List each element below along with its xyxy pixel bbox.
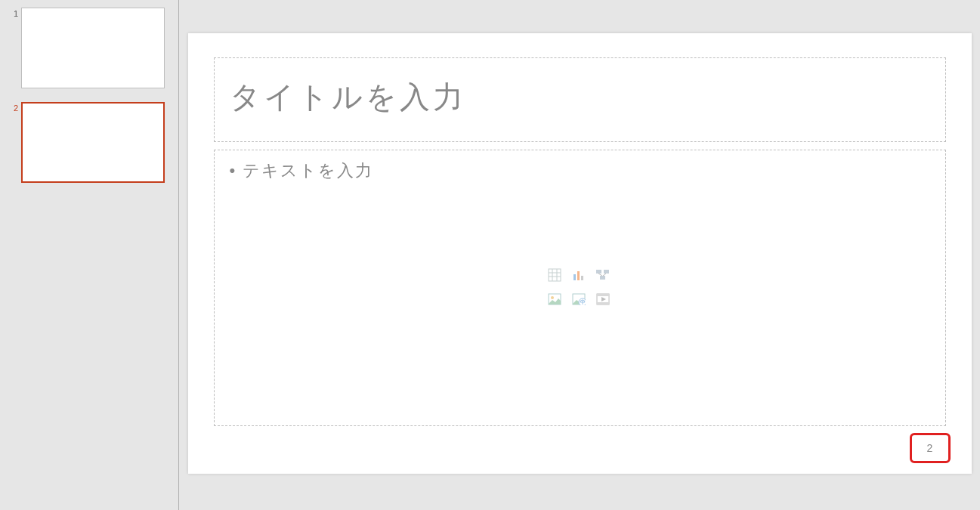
content-placeholder[interactable]: • テキストを入力 xyxy=(214,150,946,426)
chart-icon[interactable] xyxy=(570,266,588,284)
thumbnail-row: 1 xyxy=(8,8,171,88)
smartart-icon[interactable] xyxy=(594,266,612,284)
svg-rect-19 xyxy=(597,302,609,304)
svg-rect-0 xyxy=(549,269,561,281)
title-placeholder[interactable]: タイトルを入力 xyxy=(214,57,946,142)
online-picture-icon[interactable] xyxy=(570,290,588,308)
thumbnail-number: 1 xyxy=(8,8,21,18)
slide-thumbnail-panel: 1 2 xyxy=(0,0,179,510)
svg-point-14 xyxy=(551,296,554,299)
svg-rect-9 xyxy=(604,270,609,274)
thumbnail-row: 2 xyxy=(8,102,171,183)
svg-rect-7 xyxy=(581,276,583,280)
svg-line-12 xyxy=(603,274,606,276)
svg-rect-8 xyxy=(596,270,601,274)
title-placeholder-text: タイトルを入力 xyxy=(230,76,930,118)
svg-rect-18 xyxy=(597,294,609,296)
slide-page-number-highlight: 2 xyxy=(910,433,951,463)
svg-marker-20 xyxy=(601,297,606,301)
svg-line-11 xyxy=(598,274,602,276)
video-icon[interactable] xyxy=(594,290,612,308)
svg-rect-6 xyxy=(577,271,580,280)
picture-icon[interactable] xyxy=(546,290,564,308)
svg-rect-5 xyxy=(573,274,576,280)
slide-page-number: 2 xyxy=(927,442,933,454)
thumbnail-number: 2 xyxy=(8,102,21,113)
svg-rect-10 xyxy=(600,276,605,280)
table-icon[interactable] xyxy=(546,266,564,284)
content-placeholder-text: • テキストを入力 xyxy=(230,159,930,182)
slide-thumbnail-1[interactable] xyxy=(21,8,165,88)
slide-thumbnail-2[interactable] xyxy=(21,102,165,183)
slide-canvas[interactable]: タイトルを入力 • テキストを入力 xyxy=(188,33,972,474)
content-insert-icons xyxy=(546,266,614,310)
slide-editor-area: タイトルを入力 • テキストを入力 xyxy=(179,0,980,510)
